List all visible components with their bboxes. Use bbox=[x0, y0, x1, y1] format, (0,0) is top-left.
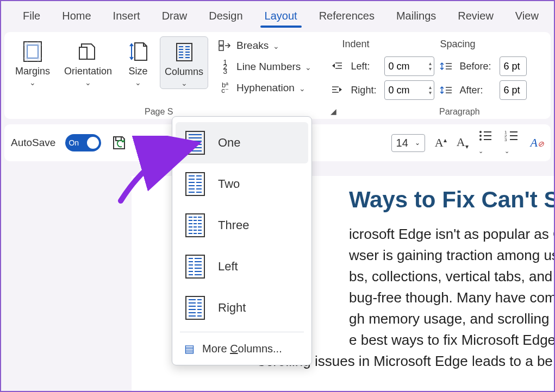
chevron-down-icon: ⌄ bbox=[181, 79, 188, 87]
indent-left-spinner[interactable]: ▴▾ bbox=[384, 56, 434, 76]
page-setup-small: Breaks ⌄ 123 Line Numbers ⌄ bªc⁻ Hyphena… bbox=[215, 36, 315, 96]
doc-title: Ways to Fix Can't Scro bbox=[349, 187, 554, 213]
page-setup-group-label: Page S bbox=[145, 107, 173, 117]
paragraph-group-label: Paragraph bbox=[439, 107, 480, 117]
undo-icon[interactable] bbox=[142, 136, 157, 150]
more-columns-icon: ▤ bbox=[184, 342, 195, 355]
linenumbers-icon: 123 bbox=[218, 60, 232, 73]
columns-two[interactable]: Two bbox=[172, 163, 311, 205]
spacing-after-input[interactable] bbox=[500, 83, 526, 98]
svg-rect-1 bbox=[27, 45, 38, 58]
size-button[interactable]: Size ⌄ bbox=[121, 36, 155, 88]
svg-point-33 bbox=[479, 131, 482, 133]
spacing-before-icon bbox=[440, 61, 454, 71]
dropdown-separator bbox=[180, 332, 304, 332]
spacing-before-input[interactable] bbox=[500, 59, 526, 74]
grow-font-icon[interactable]: A▴ bbox=[435, 136, 447, 150]
hyphenation-label: Hyphenation bbox=[236, 82, 295, 94]
indent-right-input[interactable] bbox=[385, 83, 426, 98]
columns-more[interactable]: ▤ More Columns... bbox=[172, 336, 311, 362]
doc-line: wser is gaining traction among user bbox=[349, 245, 554, 266]
svg-rect-19 bbox=[219, 46, 223, 50]
spacing-before-spinner[interactable] bbox=[500, 56, 527, 76]
svg-rect-18 bbox=[219, 41, 223, 45]
spinner-arrows[interactable]: ▴▾ bbox=[426, 61, 434, 72]
tab-view[interactable]: View bbox=[504, 7, 550, 29]
doc-line: e best ways to fix Microsoft Edge's bbox=[349, 330, 554, 351]
tab-layout[interactable]: Layout bbox=[254, 7, 308, 29]
columns-label: Columns bbox=[165, 66, 203, 78]
paragraph-group: Indent Spacing Left: ▴▾ Before: R bbox=[327, 36, 531, 102]
fontsize-value: 14 bbox=[396, 137, 408, 149]
columns-icon bbox=[172, 40, 196, 64]
tab-insert[interactable]: Insert bbox=[102, 7, 151, 29]
fontsize-select[interactable]: 14 ⌄ bbox=[391, 134, 425, 152]
linenumbers-button[interactable]: 123 Line Numbers ⌄ bbox=[215, 58, 315, 75]
chevron-down-icon: ⌄ bbox=[85, 78, 91, 87]
spacing-before-label: Before: bbox=[459, 61, 494, 72]
columns-left[interactable]: Left bbox=[172, 246, 311, 287]
tab-draw[interactable]: Draw bbox=[151, 7, 198, 29]
doc-line: bug-free though. Many have comp bbox=[349, 287, 554, 308]
spacing-after-spinner[interactable] bbox=[500, 80, 527, 100]
columns-dropdown: One Two Three Left Right ▤ More Columns.… bbox=[172, 116, 312, 365]
spacing-after-label: After: bbox=[459, 85, 494, 96]
tab-references[interactable]: References bbox=[308, 7, 385, 29]
columns-three[interactable]: Three bbox=[172, 205, 311, 246]
tab-review[interactable]: Review bbox=[447, 7, 504, 29]
margins-icon bbox=[21, 40, 45, 64]
autosave-toggle[interactable]: On bbox=[65, 134, 101, 151]
columns-one-label: One bbox=[218, 136, 241, 150]
svg-point-35 bbox=[479, 138, 482, 141]
doc-line: bs, collections, vertical tabs, and se bbox=[349, 266, 554, 287]
size-label: Size bbox=[129, 66, 148, 77]
breaks-button[interactable]: Breaks ⌄ bbox=[215, 37, 315, 54]
breaks-icon bbox=[218, 40, 232, 51]
columns-right-label: Right bbox=[218, 301, 246, 315]
margins-button[interactable]: Margins ⌄ bbox=[10, 36, 55, 88]
bullets-icon[interactable]: ⌄ bbox=[478, 129, 495, 156]
doc-line: icrosoft Edge isn't as popular as Go bbox=[349, 224, 554, 245]
numbering-icon[interactable]: 123⌄ bbox=[504, 129, 521, 156]
indent-left-icon bbox=[331, 61, 345, 71]
indent-left-label: Left: bbox=[351, 61, 379, 72]
margins-label: Margins bbox=[15, 66, 50, 77]
hyphenation-button[interactable]: bªc⁻ Hyphenation ⌄ bbox=[215, 80, 315, 96]
tab-mailings[interactable]: Mailings bbox=[385, 7, 447, 29]
spinner-arrows[interactable]: ▴▾ bbox=[426, 85, 434, 96]
columns-two-label: Two bbox=[218, 177, 240, 191]
clear-formatting-icon[interactable]: A⊘ bbox=[531, 136, 544, 150]
indent-left-input[interactable] bbox=[385, 59, 426, 74]
orientation-label: Orientation bbox=[64, 66, 112, 77]
linenumbers-label: Line Numbers bbox=[236, 61, 301, 73]
save-icon[interactable] bbox=[111, 135, 127, 151]
chevron-down-icon: ⌄ bbox=[273, 42, 279, 50]
page-setup-dialog-launcher[interactable]: ◢ bbox=[330, 107, 336, 116]
size-icon bbox=[126, 40, 150, 64]
tab-file[interactable]: File bbox=[12, 7, 51, 29]
columns-right[interactable]: Right bbox=[172, 287, 311, 328]
tab-design[interactable]: Design bbox=[198, 7, 253, 29]
columns-left-label: Left bbox=[218, 260, 238, 274]
shrink-font-icon[interactable]: A▾ bbox=[457, 135, 469, 150]
orientation-button[interactable]: Orientation ⌄ bbox=[60, 36, 116, 88]
autosave-label: AutoSave bbox=[11, 137, 55, 149]
hyphenation-icon: bªc⁻ bbox=[218, 83, 232, 93]
chevron-down-icon: ⌄ bbox=[135, 78, 141, 87]
ribbon: Margins ⌄ Orientation ⌄ Size ⌄ Columns ⌄… bbox=[4, 32, 551, 119]
columns-three-label: Three bbox=[218, 218, 249, 232]
chevron-down-icon: ⌄ bbox=[305, 63, 311, 72]
indent-right-label: Right: bbox=[351, 85, 379, 96]
indent-right-spinner[interactable]: ▴▾ bbox=[384, 80, 434, 100]
svg-point-34 bbox=[479, 135, 482, 137]
svg-text:3: 3 bbox=[504, 137, 507, 142]
spacing-header: Spacing bbox=[440, 39, 475, 50]
columns-button[interactable]: Columns ⌄ bbox=[160, 36, 208, 89]
orientation-icon bbox=[76, 40, 100, 64]
tab-home[interactable]: Home bbox=[51, 7, 102, 29]
indent-right-icon bbox=[331, 85, 345, 95]
chevron-down-icon: ⌄ bbox=[415, 139, 420, 147]
chevron-down-icon: ⌄ bbox=[299, 84, 305, 93]
columns-one[interactable]: One bbox=[176, 122, 308, 163]
spacing-after-icon bbox=[440, 85, 454, 95]
